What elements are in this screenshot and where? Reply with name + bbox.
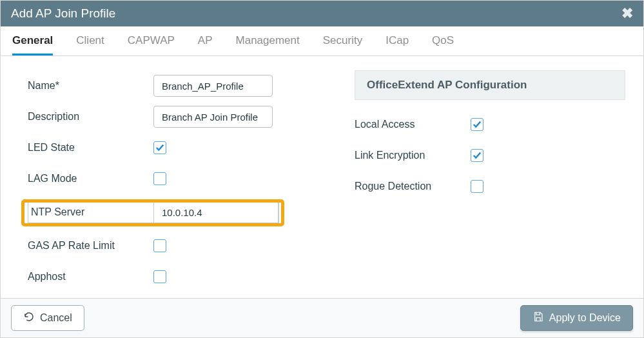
row-rogue-detection: Rogue Detection: [355, 171, 625, 202]
row-apphost: Apphost: [28, 261, 335, 292]
description-label: Description: [28, 111, 153, 123]
tab-bar: General Client CAPWAP AP Management Secu…: [1, 26, 643, 56]
ntp-server-label: NTP Server: [28, 202, 154, 223]
modal-title: Add AP Join Profile: [11, 6, 115, 21]
tab-icap[interactable]: ICap: [385, 34, 409, 55]
right-column: OfficeExtend AP Configuration Local Acce…: [355, 70, 625, 292]
local-access-checkbox[interactable]: [471, 118, 483, 131]
led-state-checkbox[interactable]: [153, 141, 166, 154]
tab-security[interactable]: Security: [323, 34, 362, 55]
row-description: Description: [28, 101, 335, 132]
tab-management[interactable]: Management: [236, 34, 300, 55]
row-ntp-server: NTP Server: [28, 197, 335, 228]
name-input[interactable]: [153, 75, 273, 97]
modal-body: Name* Description LED State LAG Mode: [1, 56, 643, 298]
add-ap-join-profile-modal: Add AP Join Profile ✖ General Client CAP…: [0, 0, 644, 338]
undo-icon: [23, 311, 35, 325]
apphost-label: Apphost: [28, 271, 153, 283]
link-encryption-label: Link Encryption: [355, 150, 471, 161]
close-icon[interactable]: ✖: [621, 5, 633, 22]
gas-rate-checkbox[interactable]: [153, 239, 166, 252]
tab-ap[interactable]: AP: [198, 34, 213, 55]
tab-qos[interactable]: QoS: [432, 34, 454, 55]
save-icon: [532, 311, 544, 325]
row-link-encryption: Link Encryption: [355, 140, 625, 171]
cancel-button[interactable]: Cancel: [11, 305, 84, 331]
row-local-access: Local Access: [355, 109, 625, 140]
gas-rate-label: GAS AP Rate Limit: [28, 240, 153, 252]
tab-capwap[interactable]: CAPWAP: [128, 34, 175, 55]
row-gas-rate: GAS AP Rate Limit: [28, 230, 335, 261]
apply-button[interactable]: Apply to Device: [520, 305, 633, 331]
row-lag-mode: LAG Mode: [28, 163, 335, 194]
led-state-label: LED State: [28, 142, 153, 154]
row-name: Name*: [28, 70, 335, 101]
apply-button-label: Apply to Device: [549, 312, 621, 324]
link-encryption-checkbox[interactable]: [471, 149, 483, 162]
modal-header: Add AP Join Profile ✖: [1, 1, 643, 26]
officeextend-heading: OfficeExtend AP Configuration: [355, 70, 625, 100]
left-column: Name* Description LED State LAG Mode: [28, 70, 335, 292]
lag-mode-checkbox[interactable]: [153, 172, 166, 185]
modal-footer: Cancel Apply to Device: [1, 298, 643, 337]
description-input[interactable]: [153, 106, 273, 128]
name-label: Name*: [28, 80, 153, 92]
rogue-detection-label: Rogue Detection: [355, 181, 471, 192]
ntp-server-input[interactable]: [154, 202, 278, 223]
tab-client[interactable]: Client: [76, 34, 104, 55]
tab-general[interactable]: General: [12, 34, 53, 55]
apphost-checkbox[interactable]: [153, 270, 166, 283]
local-access-label: Local Access: [355, 119, 471, 130]
row-led-state: LED State: [28, 132, 335, 163]
cancel-button-label: Cancel: [40, 312, 72, 324]
rogue-detection-checkbox[interactable]: [471, 180, 483, 193]
lag-mode-label: LAG Mode: [28, 173, 153, 184]
